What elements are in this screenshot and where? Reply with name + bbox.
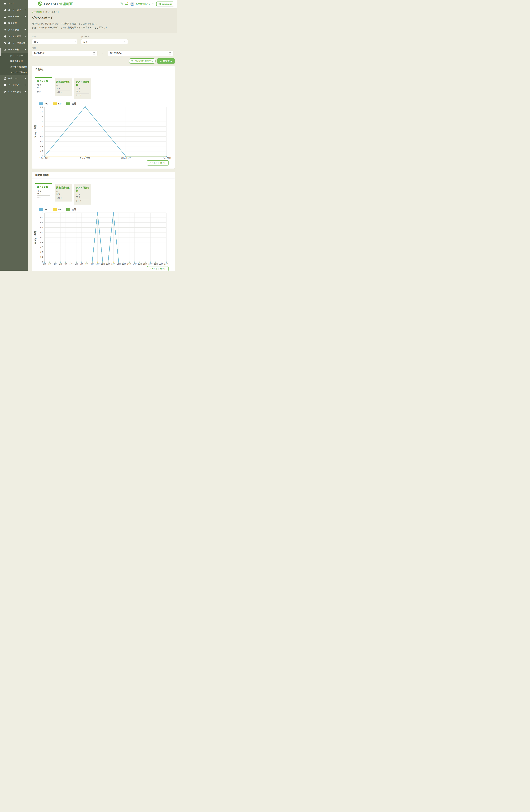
- svg-text:1.8: 1.8: [40, 111, 43, 113]
- daily-card-title: 日別集計: [32, 66, 175, 73]
- hamburger-menu-icon[interactable]: [32, 2, 35, 5]
- search-icon: [159, 60, 162, 62]
- home-icon: [4, 2, 6, 5]
- svg-text:1.0: 1.0: [40, 212, 43, 214]
- user-avatar[interactable]: [130, 2, 134, 6]
- caret-down-icon: [25, 16, 26, 17]
- svg-text:2時: 2時: [54, 263, 57, 265]
- daily-chart-legend: PCSP合計: [39, 102, 175, 105]
- calendar-icon[interactable]: [169, 52, 171, 55]
- user-name[interactable]: 石神井太郎さん: [136, 2, 151, 5]
- comments-icon: [4, 42, 6, 44]
- svg-text:0.4: 0.4: [40, 145, 43, 147]
- hourly-card-title: 時間帯別集計: [32, 172, 175, 179]
- svg-text:7時: 7時: [80, 263, 83, 265]
- display-icon: [4, 84, 6, 87]
- page-head: データ分析 / ダッシュボード ダッシュボード 時間帯別や、日別集計で各ログの概…: [28, 8, 177, 33]
- caret-down-icon: [25, 49, 26, 50]
- book-icon: [4, 22, 6, 25]
- language-button[interactable]: Language: [156, 1, 174, 6]
- legend-swatch-合計[interactable]: [66, 102, 70, 105]
- legend-swatch-SP[interactable]: [53, 102, 57, 105]
- svg-text:1.6: 1.6: [40, 116, 43, 118]
- svg-text:0.8: 0.8: [40, 135, 43, 137]
- tab-テスト受験者数[interactable]: テスト受験者数PC 1SP 0合計 1: [74, 184, 91, 205]
- breadcrumb-current: ダッシュボード: [45, 11, 60, 13]
- sidebar-subitem-講座受講分析[interactable]: 講座受講分析: [0, 58, 28, 64]
- sidebar-item-メール管理[interactable]: メール管理: [0, 27, 28, 33]
- sidebar-item-ホーム[interactable]: ホーム: [0, 0, 28, 7]
- breadcrumb-link-data-analysis[interactable]: データ分析: [32, 11, 42, 13]
- svg-text:0: 0: [42, 155, 43, 157]
- breadcrumb: データ分析 / ダッシュボード: [32, 11, 173, 13]
- legend-swatch-PC[interactable]: [39, 102, 43, 105]
- tab-テスト受験者数[interactable]: テスト受験者数PC 1SP 0合計 1: [74, 78, 91, 99]
- legend-swatch-合計[interactable]: [66, 208, 70, 211]
- sidebar-item-講座管理[interactable]: 講座管理: [0, 20, 28, 27]
- search-button[interactable]: 検索する: [157, 58, 175, 63]
- svg-text:2 Nov 2022: 2 Nov 2022: [80, 157, 90, 159]
- sidebar-item-システム設定[interactable]: システム設定: [0, 88, 28, 95]
- organization-select[interactable]: 全て: [32, 39, 77, 44]
- svg-text:4時: 4時: [64, 263, 67, 265]
- tab-講座受講者数[interactable]: 講座受講者数PC 1SP 0合計 1: [55, 78, 72, 96]
- sidebar-subitem-ユーザー受講分析[interactable]: ユーザー受講分析: [0, 64, 28, 70]
- learno-admin-dashboard: { "header": { "logo_text": "LearnO", "lo…: [0, 0, 177, 271]
- sidebar-submenu-データ分析: ダッシュボード講座受講分析ユーザー受講分析ユーザー行動ログ: [0, 53, 28, 75]
- svg-text:21時: 21時: [154, 263, 158, 265]
- sidebar-item-提供コース[interactable]: 提供コース: [0, 75, 28, 82]
- svg-text:13時: 13時: [111, 263, 115, 265]
- gift-icon: [4, 77, 6, 80]
- sidebar-item-お知らせ管理[interactable]: お知らせ管理: [0, 33, 28, 40]
- period-start-input[interactable]: 2022/11/01: [32, 50, 97, 56]
- legend-label-SP[interactable]: SP: [58, 102, 61, 105]
- help-icon[interactable]: ?: [120, 2, 123, 5]
- paper-plane-icon: [4, 29, 6, 31]
- period-end-input[interactable]: 2022/11/04: [108, 50, 173, 56]
- sidebar-item-ユーザー投稿管理[interactable]: ユーザー投稿管理: [0, 40, 28, 46]
- svg-text:1.4: 1.4: [40, 120, 43, 122]
- tab-ログイン数[interactable]: ログイン数PC 2SP 0合計 2: [36, 183, 52, 201]
- learno-logo[interactable]: LearnO 管理画面: [38, 1, 73, 6]
- caret-down-icon: [25, 23, 26, 24]
- sidebar-subitem-ユーザー行動ログ[interactable]: ユーザー行動ログ: [0, 70, 28, 75]
- notification-bell-icon[interactable]: [125, 2, 129, 6]
- topbar-right: ? 石神井太郎さん Language: [120, 1, 174, 6]
- sidebar-item-管理者管理[interactable]: 管理者管理: [0, 13, 28, 20]
- svg-text:2.0: 2.0: [40, 106, 43, 108]
- tab-講座受講者数[interactable]: 講座受講者数PC 1SP 0合計 1: [55, 184, 72, 202]
- calendar-icon[interactable]: [93, 52, 95, 55]
- svg-text:16時: 16時: [127, 263, 131, 265]
- daily-zoom-reset-button[interactable]: ズームをリセット: [147, 160, 169, 165]
- caret-down-icon: [25, 43, 27, 43]
- svg-text:1時: 1時: [48, 263, 52, 265]
- legend-label-合計[interactable]: 合計: [72, 102, 76, 105]
- svg-text:12時: 12時: [106, 263, 110, 265]
- sidebar-item-データ分析[interactable]: データ分析: [0, 46, 28, 53]
- svg-text:ログイン集計: ログイン集計: [34, 125, 37, 138]
- legend-label-合計[interactable]: 合計: [72, 208, 76, 211]
- svg-text:11時: 11時: [101, 263, 105, 265]
- group-label: グループ: [81, 35, 128, 38]
- legend-swatch-SP[interactable]: [53, 208, 57, 211]
- sidebar-item-ページ設定[interactable]: ページ設定: [0, 82, 28, 88]
- sidebar-subitem-ダッシュボード[interactable]: ダッシュボード: [0, 53, 28, 58]
- legend-label-PC[interactable]: PC: [44, 208, 48, 211]
- svg-text:4 Nov 2022: 4 Nov 2022: [161, 157, 171, 159]
- hourly-zoom-reset-button[interactable]: ズームをリセット: [147, 266, 169, 271]
- daily-line-chart[interactable]: 1 Nov 20222 Nov 20223 Nov 20224 Nov 2022…: [33, 105, 173, 160]
- user-menu-caret-icon[interactable]: [152, 3, 153, 4]
- hourly-line-chart[interactable]: 0時1時2時3時4時5時6時7時8時9時10時11時12時13時14時15時16…: [33, 211, 173, 266]
- breadcrumb-separator: /: [43, 11, 44, 13]
- group-select[interactable]: 全て: [81, 39, 128, 44]
- tab-ログイン数[interactable]: ログイン数PC 2SP 0合計 2: [36, 77, 52, 95]
- clear-conditions-button[interactable]: すべての条件を解除する: [129, 58, 155, 63]
- svg-text:3 Nov 2022: 3 Nov 2022: [121, 157, 131, 159]
- sidebar-item-ユーザー管理[interactable]: ユーザー管理: [0, 7, 28, 13]
- legend-swatch-PC[interactable]: [39, 208, 43, 211]
- sidebar-scrollbar[interactable]: [0, 48, 1, 56]
- legend-label-SP[interactable]: SP: [58, 208, 61, 211]
- legend-label-PC[interactable]: PC: [44, 102, 48, 105]
- logo-text: LearnO: [44, 2, 58, 6]
- svg-text:0.8: 0.8: [40, 221, 43, 223]
